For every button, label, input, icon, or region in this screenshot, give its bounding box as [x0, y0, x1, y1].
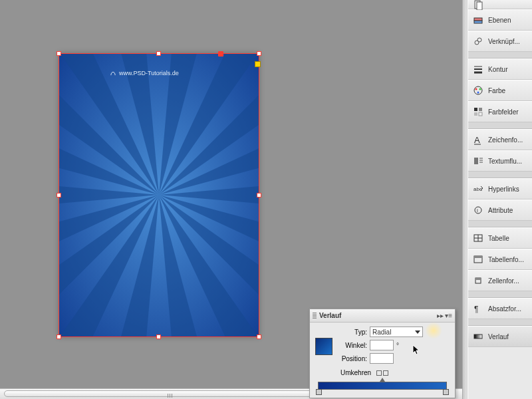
svg-rect-4 — [474, 21, 482, 23]
panel-tab-attribute[interactable]: iAttribute — [468, 200, 532, 221]
svg-rect-16 — [479, 108, 482, 111]
panel-separator — [468, 172, 532, 178]
panel-tab-charstyle[interactable]: AZeichenfo... — [468, 129, 532, 150]
color-icon — [472, 84, 484, 96]
panel-tab-parastyle[interactable]: ¶Absatzfor... — [468, 298, 532, 319]
panel-tab-swatches[interactable]: Farbfelder — [468, 101, 532, 122]
panel-tab-label: Farbe — [488, 87, 505, 94]
gradient-swatch[interactable] — [315, 338, 332, 355]
panel-list: EbenenVerknüpf...KonturFarbeFarbfelderAZ… — [467, 0, 532, 399]
tablestyle-icon — [472, 253, 484, 265]
panel-tab-pages[interactable] — [468, 0, 532, 9]
gradient-type-select[interactable]: Radial — [370, 327, 423, 337]
panel-tab-hyperlink[interactable]: abcHyperlinks — [468, 178, 532, 200]
angle-input[interactable] — [370, 340, 394, 350]
reverse-label: Umkehren — [340, 369, 371, 376]
gradient-panel-header[interactable]: Verlauf ▸▸ ▾≡ — [310, 309, 455, 323]
type-label: Typ: — [335, 329, 367, 336]
svg-point-26 — [475, 207, 481, 213]
panel-grip-icon[interactable] — [313, 313, 317, 319]
svg-rect-21 — [474, 158, 478, 164]
svg-rect-15 — [474, 108, 477, 111]
svg-rect-17 — [474, 112, 477, 116]
swatches-icon — [472, 106, 484, 118]
panel-tab-label: Attribute — [488, 207, 513, 214]
panel-tab-gradient[interactable]: Verlauf — [468, 326, 532, 347]
panel-separator — [468, 291, 532, 298]
panel-tab-label: Zellenfor... — [488, 277, 519, 285]
scrollbar-thumb[interactable] — [4, 390, 330, 397]
layers-icon — [472, 14, 484, 26]
svg-rect-34 — [475, 278, 481, 280]
panel-separator — [468, 319, 532, 326]
attribute-icon: i — [472, 204, 484, 216]
artboard[interactable] — [59, 53, 259, 337]
svg-rect-3 — [477, 2, 482, 10]
panel-tab-cellstyle[interactable]: Zellenfor... — [468, 270, 532, 291]
svg-rect-32 — [474, 256, 482, 258]
panel-tab-label: Textumflu... — [488, 158, 522, 165]
anchor-point[interactable] — [218, 51, 223, 57]
panel-dock: EbenenVerknüpf...KonturFarbeFarbfelderAZ… — [462, 0, 532, 399]
gradient-stop[interactable] — [443, 389, 449, 395]
svg-point-14 — [477, 92, 479, 94]
hyperlink-icon: abc — [472, 183, 484, 195]
gradient-type-value: Radial — [372, 329, 391, 336]
svg-text:i: i — [477, 207, 478, 213]
svg-point-12 — [475, 88, 477, 90]
angle-unit: ° — [396, 342, 399, 349]
pages-icon — [472, 0, 484, 11]
panel-tab-stroke[interactable]: Kontur — [468, 59, 532, 80]
panel-tab-table[interactable]: Tabelle — [468, 227, 532, 249]
panel-tab-label: Verlauf — [488, 333, 509, 340]
panel-tab-layers[interactable]: Ebenen — [468, 9, 532, 31]
chevron-down-icon — [415, 331, 420, 334]
svg-text:abc: abc — [473, 186, 482, 192]
cursor-icon — [412, 344, 422, 356]
svg-rect-36 — [474, 334, 482, 338]
panel-tab-label: Hyperlinks — [488, 186, 519, 193]
control-point[interactable] — [255, 61, 261, 67]
position-input[interactable] — [370, 353, 394, 364]
panel-separator — [468, 122, 532, 129]
panel-menu-icon[interactable]: ▾≡ — [445, 312, 452, 319]
panel-separator — [468, 52, 532, 59]
panel-tab-color[interactable]: Farbe — [468, 80, 532, 101]
panel-tab-label: Tabellenfo... — [488, 256, 524, 263]
table-icon — [472, 232, 484, 244]
links-icon — [472, 35, 484, 47]
collapse-icon[interactable]: ▸▸ — [437, 312, 444, 319]
panel-tab-label: Kontur — [488, 66, 507, 73]
textwrap-icon — [472, 155, 484, 167]
svg-text:A: A — [474, 135, 480, 145]
panel-tab-label: Ebenen — [488, 17, 511, 24]
panel-tab-label: Tabelle — [488, 235, 509, 242]
angle-label: Winkel: — [335, 342, 367, 349]
dock-drag-strip[interactable] — [462, 0, 467, 399]
watermark-text: www.PSD-Tutorials.de — [119, 70, 179, 76]
svg-rect-18 — [479, 112, 482, 116]
gradient-ramp[interactable] — [318, 382, 447, 390]
position-label: Position: — [335, 355, 367, 362]
gradient-panel[interactable]: Verlauf ▸▸ ▾≡ Typ: Radial Winkel: ° — [309, 309, 456, 398]
panel-tab-links[interactable]: Verknüpf... — [468, 31, 532, 52]
svg-point-13 — [479, 88, 481, 90]
charstyle-icon: A — [472, 134, 484, 146]
gradient-stop[interactable] — [316, 389, 322, 395]
gradient-midpoint[interactable] — [380, 378, 385, 382]
svg-text:¶: ¶ — [474, 305, 478, 314]
panel-tab-label: Verknüpf... — [488, 38, 520, 45]
panel-tab-label: Zeichenfo... — [488, 136, 523, 144]
stroke-icon — [472, 63, 484, 75]
parastyle-icon: ¶ — [472, 303, 484, 315]
reverse-gradient-button[interactable] — [376, 370, 388, 376]
gradient-icon — [472, 331, 484, 342]
panel-tab-textwrap[interactable]: Textumflu... — [468, 150, 532, 172]
svg-point-7 — [477, 38, 481, 42]
svg-rect-5 — [474, 18, 482, 21]
cellstyle-icon — [472, 275, 484, 287]
panel-tab-tablestyle[interactable]: Tabellenfo... — [468, 249, 532, 270]
gradient-panel-title: Verlauf — [319, 312, 341, 319]
panel-tab-label: Farbfelder — [488, 108, 519, 116]
panel-tab-label: Absatzfor... — [488, 305, 521, 313]
